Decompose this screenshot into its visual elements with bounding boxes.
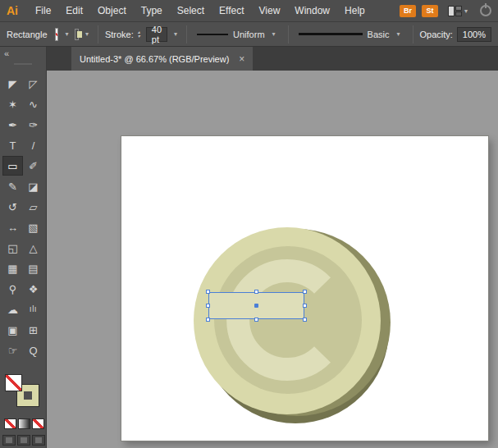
slice-tool[interactable]: ⊞ [23, 320, 43, 340]
blend-tool-icon: ❖ [29, 284, 39, 295]
selection-handle-s[interactable] [254, 318, 258, 322]
selection-tool-icon: ◤ [9, 79, 17, 89]
symbol-sprayer-tool[interactable]: ☁ [2, 299, 23, 319]
stroke-weight-stepper[interactable]: ▴▾ [138, 30, 140, 39]
color-button[interactable] [4, 418, 16, 429]
paintbrush-tool[interactable]: ✐ [23, 156, 43, 176]
type-tool[interactable]: T [2, 135, 23, 155]
menu-view[interactable]: View [252, 5, 288, 16]
brush-value: Basic [368, 30, 390, 39]
document-tab[interactable]: Untitled-3* @ 66.67% (RGB/Preview) × [71, 47, 253, 71]
width-profile-dropdown[interactable]: Uniform▾ [194, 26, 281, 43]
curvature-tool-icon: ✑ [29, 120, 38, 130]
separator [413, 25, 413, 43]
power-icon[interactable] [480, 5, 491, 16]
line-segment-tool[interactable]: / [23, 135, 43, 155]
selection-handle-ne[interactable] [303, 290, 307, 294]
selection-type-label: Rectangle [7, 30, 48, 39]
canvas-area[interactable] [47, 71, 498, 448]
chevron-down-icon[interactable]: ▾ [85, 30, 89, 38]
slice-tool-icon: ⊞ [29, 325, 38, 336]
close-tab-icon[interactable]: × [239, 53, 244, 65]
stroke-weight-field[interactable]: 40 pt [146, 27, 167, 42]
collapse-panel-icon[interactable]: « [4, 48, 9, 58]
shaper-tool[interactable]: ✎ [2, 176, 23, 196]
chevron-down-icon: ▾ [396, 30, 400, 38]
menu-file[interactable]: File [28, 5, 58, 16]
none-button[interactable] [32, 418, 44, 429]
scale-tool-icon: ▱ [30, 202, 38, 213]
menu-edit[interactable]: Edit [58, 5, 90, 16]
hand-tool[interactable]: ☞ [2, 341, 23, 360]
selection-tool[interactable]: ◤ [2, 74, 23, 94]
selection-handle-sw[interactable] [206, 318, 210, 322]
separator [98, 25, 98, 43]
draw-normal-button[interactable] [2, 435, 16, 446]
eyedropper-tool[interactable]: ⚲ [2, 279, 23, 299]
illustrator-window: Ai File Edit Object Type Select Effect V… [0, 0, 498, 448]
blend-tool[interactable]: ❖ [23, 279, 43, 299]
selection-bounding-box[interactable] [208, 292, 304, 319]
selection-handle-nw[interactable] [206, 290, 210, 294]
style-badge[interactable]: St [422, 5, 438, 17]
lasso-tool[interactable]: ∿ [23, 94, 43, 114]
menu-select[interactable]: Select [170, 5, 212, 16]
column-graph-tool-icon: ılı [30, 305, 37, 313]
scale-tool[interactable]: ▱ [23, 197, 43, 217]
free-transform-tool[interactable]: ▧ [23, 217, 43, 237]
bridge-badge[interactable]: Br [400, 5, 416, 17]
opacity-field[interactable]: 100% [457, 27, 491, 42]
color-mode-buttons [4, 418, 44, 429]
basic-brush-line-icon [299, 33, 363, 35]
pen-tool-icon: ✒ [8, 120, 17, 130]
chevron-down-icon[interactable]: ▾ [464, 7, 468, 15]
menu-type[interactable]: Type [134, 5, 170, 16]
perspective-grid-tool-icon: △ [30, 243, 38, 254]
magic-wand-tool[interactable]: ✶ [2, 94, 23, 114]
gradient-button[interactable] [18, 418, 30, 429]
width-tool[interactable]: ↔ [2, 217, 23, 237]
rectangle-tool-icon: ▭ [7, 161, 17, 171]
width-tool-icon: ↔ [7, 222, 18, 233]
rectangle-tool[interactable]: ▭ [2, 156, 23, 176]
mesh-tool[interactable]: ▦ [2, 258, 23, 278]
artboard-tool[interactable]: ▣ [2, 320, 23, 340]
pen-tool[interactable]: ✒ [2, 115, 23, 135]
shape-builder-tool[interactable]: ◱ [2, 238, 23, 258]
direct-selection-tool[interactable]: ◸ [23, 74, 43, 94]
stroke-label[interactable]: Stroke: [105, 30, 134, 39]
draw-mode-buttons [2, 435, 45, 446]
gradient-tool[interactable]: ▤ [23, 258, 43, 278]
artboard[interactable] [121, 136, 488, 441]
zoom-tool[interactable]: Q [23, 341, 43, 360]
selection-handle-n[interactable] [254, 290, 258, 294]
brush-dropdown[interactable]: Basic▾ [295, 26, 406, 43]
perspective-grid-tool[interactable]: △ [23, 238, 43, 258]
selection-handle-w[interactable] [206, 304, 210, 308]
app-logo[interactable]: Ai [7, 4, 18, 17]
menu-window[interactable]: Window [287, 5, 337, 16]
column-graph-tool[interactable]: ılı [23, 299, 43, 319]
stepper-down-icon[interactable]: ▾ [138, 34, 140, 39]
chevron-down-icon[interactable]: ▾ [65, 30, 68, 38]
stroke-color-swatch[interactable] [75, 29, 78, 40]
draw-behind-button[interactable] [17, 435, 30, 446]
selection-center-point[interactable] [254, 304, 258, 308]
fill-swatch[interactable] [5, 374, 22, 391]
menu-effect[interactable]: Effect [212, 5, 251, 16]
rotate-tool[interactable]: ↺ [2, 197, 23, 217]
workspace-switcher-icon[interactable] [448, 6, 462, 16]
curvature-tool[interactable]: ✑ [23, 115, 43, 135]
eraser-tool[interactable]: ◪ [23, 176, 43, 196]
menu-object[interactable]: Object [90, 5, 134, 16]
width-profile-value: Uniform [233, 30, 265, 39]
fill-color-swatch[interactable] [55, 28, 59, 41]
selection-handle-e[interactable] [303, 304, 307, 308]
chevron-down-icon[interactable]: ▾ [174, 30, 177, 38]
selection-handle-se[interactable] [303, 318, 307, 322]
opacity-label[interactable]: Opacity: [420, 30, 453, 39]
menu-help[interactable]: Help [337, 5, 372, 16]
tools-panel-header: « [0, 47, 47, 71]
draw-inside-button[interactable] [32, 435, 45, 446]
panel-grip[interactable] [14, 63, 32, 65]
